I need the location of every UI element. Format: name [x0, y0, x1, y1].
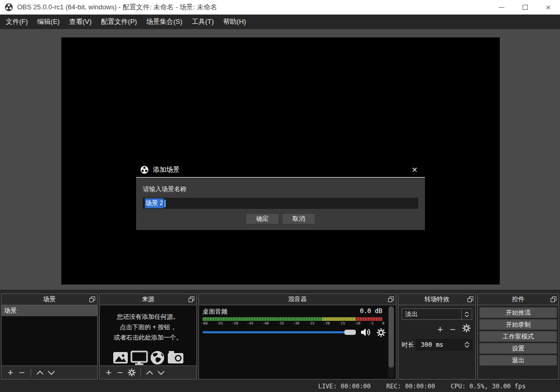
transitions-panel-title: 转场特效: [424, 295, 449, 304]
duration-label: 时长: [402, 341, 416, 349]
combo-spinner[interactable]: [461, 309, 472, 319]
menu-help[interactable]: 帮助(H): [219, 15, 251, 29]
mixer-scrollbar-thumb[interactable]: [389, 306, 394, 368]
transition-select[interactable]: 淡出: [402, 308, 472, 320]
preview-canvas[interactable]: [61, 37, 500, 285]
tick-label: -10: [354, 321, 361, 326]
dock-float-icon[interactable]: [468, 296, 473, 302]
remove-source-icon[interactable]: −: [114, 368, 126, 377]
mixer-panel-title: 混音器: [288, 295, 307, 304]
meter-scale: -60 -55 -50 -45 -40 -35 -30 -25 -20 -15 …: [201, 321, 384, 326]
live-time: LIVE: 00:00:00: [318, 383, 370, 390]
controls-panel: 控件 开始推流 开始录制 工作室模式 设置 退出: [477, 293, 559, 380]
remove-transition-icon[interactable]: −: [450, 325, 456, 334]
move-source-down-icon[interactable]: [155, 369, 167, 377]
image-source-icon: [112, 350, 129, 366]
dialog-close-icon[interactable]: ✕: [411, 166, 418, 173]
add-transition-icon[interactable]: +: [437, 325, 443, 334]
text-caret: [164, 200, 166, 207]
audio-source-name: 桌面音频: [203, 307, 228, 316]
rec-time: REC: 00:00:00: [386, 383, 435, 390]
sources-empty-line1: 您还没有添加任何源。: [100, 312, 196, 322]
dock-float-icon[interactable]: [189, 296, 194, 302]
start-streaming-button[interactable]: 开始推流: [479, 307, 557, 318]
move-scene-down-icon[interactable]: [46, 369, 57, 377]
minimize-button[interactable]: [490, 0, 513, 15]
menu-profile[interactable]: 配置文件(P): [96, 15, 141, 29]
scene-list-item[interactable]: 场景: [2, 305, 97, 316]
tick-label: -45: [247, 321, 254, 326]
maximize-button[interactable]: [513, 0, 537, 15]
cancel-button[interactable]: 取消: [283, 214, 315, 224]
scenes-panel-header: 场景: [2, 294, 97, 305]
tick-label: -20: [323, 321, 330, 326]
obs-logo-icon: [140, 166, 149, 174]
transition-properties-gear-icon[interactable]: [462, 324, 471, 334]
dock-float-icon[interactable]: [388, 296, 394, 302]
selected-text: 场景 2: [145, 198, 164, 208]
window-controls: ✕: [490, 0, 560, 15]
duration-value: 300 ms: [417, 341, 462, 348]
tick-label: -30: [292, 321, 299, 326]
add-scene-icon[interactable]: +: [5, 368, 16, 377]
transitions-panel: 转场特效 淡出 + −: [398, 293, 476, 380]
dock-area: 场景 场景 + − 来源: [0, 290, 560, 380]
move-scene-up-icon[interactable]: [34, 369, 46, 377]
scenes-list[interactable]: 场景: [2, 305, 97, 366]
meter-green-zone: [203, 317, 323, 321]
close-button[interactable]: ✕: [537, 0, 560, 15]
menu-scene-collection[interactable]: 场景集合(S): [142, 15, 187, 29]
exit-button[interactable]: 退出: [479, 355, 557, 366]
window-title: OBS 25.0.0-rc1 (64-bit, windows) - 配置文件:…: [17, 3, 217, 12]
controls-body: 开始推流 开始录制 工作室模式 设置 退出: [478, 305, 558, 379]
tick-label: -50: [232, 321, 238, 326]
tick-label: -5: [369, 321, 373, 326]
tick-label: 0: [382, 321, 384, 326]
status-bar: LIVE: 00:00:00 REC: 00:00:00 CPU: 0.5%, …: [0, 380, 560, 392]
move-source-up-icon[interactable]: [144, 369, 155, 377]
tick-label: -55: [216, 321, 223, 326]
volume-slider[interactable]: [203, 331, 355, 333]
tick-label: -40: [262, 321, 269, 326]
mixer-panel: 混音器 桌面音频 0.0 dB -60 -55 -50 -45 -40: [198, 293, 396, 380]
dock-float-icon[interactable]: [89, 296, 95, 302]
add-scene-dialog: 添加场景 ✕ 请输入场景名称 场景 2 确定 取消: [136, 162, 425, 230]
menu-edit[interactable]: 编辑(E): [33, 15, 64, 29]
ok-button[interactable]: 确定: [246, 214, 278, 224]
browser-source-icon: [150, 350, 165, 366]
scenes-panel-title: 场景: [43, 295, 56, 304]
sources-panel: 来源 您还没有添加任何源。 点击下面的 + 按钮， 或者右击此处添加一个。: [99, 293, 197, 380]
toolbar-separator: [140, 369, 141, 377]
speaker-icon[interactable]: [361, 328, 371, 336]
dialog-titlebar: 添加场景 ✕: [136, 162, 425, 178]
minimize-icon: [499, 7, 504, 8]
source-properties-gear-icon[interactable]: [126, 369, 137, 377]
sources-empty-area[interactable]: 您还没有添加任何源。 点击下面的 + 按钮， 或者右击此处添加一个。: [100, 305, 196, 366]
add-source-icon[interactable]: +: [103, 368, 114, 377]
menu-view[interactable]: 查看(V): [64, 15, 96, 29]
remove-scene-icon[interactable]: −: [16, 368, 28, 377]
meter-yellow-zone: [323, 317, 355, 321]
sources-panel-title: 来源: [142, 295, 154, 304]
sources-toolbar: + −: [100, 366, 196, 379]
volume-slider-handle[interactable]: [344, 330, 356, 335]
mixer-scrollbar[interactable]: [388, 306, 394, 378]
scenes-panel: 场景 场景 + −: [1, 293, 98, 380]
scene-name-input[interactable]: 场景 2: [143, 198, 418, 209]
obs-logo-icon: [5, 3, 13, 11]
settings-button[interactable]: 设置: [479, 343, 557, 354]
duration-spinner[interactable]: [462, 340, 472, 350]
scenes-toolbar: + −: [2, 366, 97, 379]
audio-settings-gear-icon[interactable]: [377, 328, 385, 337]
meter-red-zone: [355, 317, 382, 321]
menu-tools[interactable]: 工具(T): [187, 15, 219, 29]
start-recording-button[interactable]: 开始录制: [479, 319, 557, 330]
menu-bar: 文件(F) 编辑(E) 查看(V) 配置文件(P) 场景集合(S) 工具(T) …: [0, 15, 560, 29]
dock-float-icon[interactable]: [551, 296, 556, 302]
menu-file[interactable]: 文件(F): [1, 15, 33, 29]
transitions-body: 淡出 + −: [398, 305, 475, 379]
chevron-down-icon: [464, 315, 469, 317]
close-icon: ✕: [545, 4, 551, 11]
studio-mode-button[interactable]: 工作室模式: [479, 331, 557, 342]
duration-spinbox[interactable]: 300 ms: [416, 339, 472, 350]
